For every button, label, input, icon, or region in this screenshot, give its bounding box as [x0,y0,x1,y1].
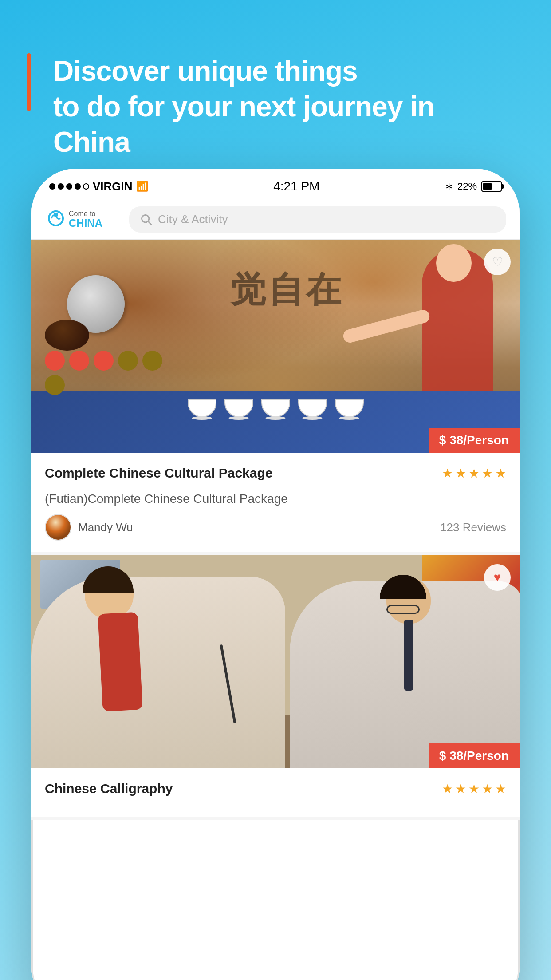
card-2-title: Chinese Calligraphy [45,779,433,798]
bowl-4 [298,399,327,417]
star-c2-4: ★ [482,782,493,796]
card-2-info: Chinese Calligraphy ★ ★ ★ ★ ★ [31,768,520,820]
star-1: ★ [442,466,453,481]
host-name: Mandy Wu [78,521,133,534]
card-1[interactable]: 觉自在 [31,240,520,555]
carrier-name: VIRGIN [93,180,133,194]
card-2[interactable]: $ 38/Person ♥ Chinese Calligraphy ★ ★ ★ … [31,555,520,820]
signal-dot-1 [49,183,55,190]
status-left: VIRGIN 📶 [49,180,148,194]
header-title-line1: Discover unique things [53,53,516,89]
heart-icon-2: ♥ [494,570,501,585]
signal-dot-4 [75,183,81,190]
star-2: ★ [455,466,466,481]
battery-icon [481,181,502,192]
star-c2-2: ★ [455,782,466,796]
avatar [45,514,71,541]
student-strap [404,620,413,691]
avatar-img [46,515,71,540]
battery-percent: 22% [457,181,477,192]
search-icon [140,213,153,226]
phone-mockup: VIRGIN 📶 4:21 PM ∗ 22% Come to CHINA [31,169,520,980]
fruit-green-3 [45,375,65,395]
logo-come-to: Come to [69,210,102,218]
logo-china: CHINA [69,217,102,229]
bluetooth-icon: ∗ [445,181,453,192]
avatar-row: Mandy Wu [45,514,133,541]
wifi-icon: 📶 [136,181,148,192]
bowl-1 [188,399,216,417]
heart-icon-1: ♡ [492,255,503,269]
person-arm [342,308,431,344]
battery-fill [483,183,492,190]
signal-dot-2 [58,183,64,190]
status-bar: VIRGIN 📶 4:21 PM ∗ 22% [31,169,520,200]
star-c2-5: ★ [495,782,506,796]
bowl-3 [261,399,290,417]
card-2-title-text: Chinese Calligraphy [45,779,433,800]
status-time: 4:21 PM [273,179,319,194]
header-section: Discover unique things to do for your ne… [0,0,551,186]
search-bar[interactable]: City & Activity [129,206,506,233]
card-1-meta: Mandy Wu 123 Reviews [45,514,506,541]
teacher-body [31,577,285,768]
reviews-count: 123 Reviews [440,521,506,534]
fruit-green-2 [142,351,162,371]
header-title-line2: to do for your next journey in China [53,89,516,160]
dark-bowl [45,320,89,351]
star-3: ★ [468,466,480,481]
card-2-price-badge: $ 38/Person [429,743,520,768]
fruit-red-1 [45,351,65,371]
svg-line-3 [148,221,152,225]
fruit-red-3 [94,351,114,371]
fruits-area [45,351,178,395]
logo-icon [45,209,67,231]
svg-point-1 [54,213,58,217]
status-right: ∗ 22% [445,181,502,192]
card-1-info: Complete Chinese Cultural Package ★ ★ ★ … [31,453,520,555]
card-1-title-text: Complete Chinese Cultural Package [45,464,433,485]
teacher-scarf [98,612,142,711]
header-accent-bar [27,53,31,111]
person-head [436,244,472,282]
card-1-heart-button[interactable]: ♡ [484,249,511,275]
logo-text: Come to CHINA [69,210,102,229]
card-1-title-line2: (Futian)Complete Chinese Cultural Packag… [45,490,506,507]
student-hair [380,575,426,599]
star-4: ★ [482,466,493,481]
bowl-5 [335,399,364,417]
card-2-image-container: $ 38/Person ♥ [31,555,520,768]
card-1-title-row: Complete Chinese Cultural Package ★ ★ ★ … [45,464,506,485]
star-5: ★ [495,466,506,481]
star-c2-3: ★ [468,782,480,796]
signal-dot-5 [83,183,89,190]
fruit-red-2 [69,351,89,371]
bowls-row [31,399,520,417]
fruit-green-1 [118,351,138,371]
header-title: Discover unique things to do for your ne… [53,53,516,160]
card-2-image [31,555,520,768]
signal-dot-3 [66,183,72,190]
student-glasses [386,605,420,614]
card-1-price-badge: $ 38/Person [429,428,520,453]
card-1-image: 觉自在 [31,240,520,453]
bowl-2 [224,399,253,417]
card-2-heart-button[interactable]: ♥ [484,564,511,591]
card-2-title-row: Chinese Calligraphy ★ ★ ★ ★ ★ [45,779,506,800]
star-c2-1: ★ [442,782,453,796]
card-1-image-container: 觉自在 [31,240,520,453]
card-2-stars: ★ ★ ★ ★ ★ [442,782,506,796]
svg-point-2 [142,215,149,222]
search-placeholder: City & Activity [158,213,228,226]
card-1-title-line1: Complete Chinese Cultural Package [45,464,433,482]
logo-container[interactable]: Come to CHINA [45,209,120,231]
app-header: Come to CHINA City & Activity [31,200,520,240]
chinese-chars: 觉自在 [230,266,343,314]
card-1-stars: ★ ★ ★ ★ ★ [442,466,506,481]
signal-dots [49,183,89,190]
